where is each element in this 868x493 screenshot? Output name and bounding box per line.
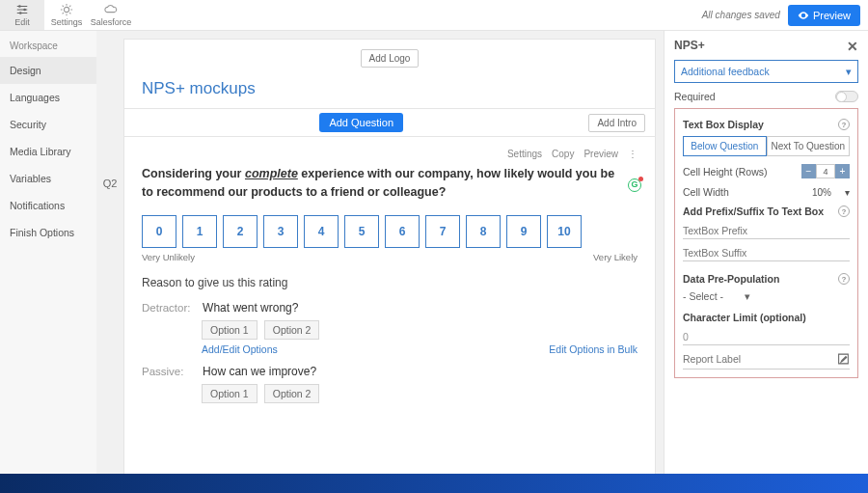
sidebar-item-notifications[interactable]: Notifications <box>0 192 96 219</box>
required-label: Required <box>674 91 716 102</box>
detractor-question[interactable]: What went wrong? <box>203 301 298 315</box>
grammarly-icon[interactable]: G <box>628 178 641 192</box>
svg-point-1 <box>23 9 26 12</box>
edit-options-bulk-link[interactable]: Edit Options in Bulk <box>549 343 637 355</box>
data-prepop-select[interactable]: - Select - ▾ <box>683 290 850 302</box>
scale-6[interactable]: 6 <box>385 215 420 248</box>
anchor-low: Very Unlikely <box>142 252 195 262</box>
sidebar-item-languages[interactable]: Languages <box>0 84 96 111</box>
sidebar-header: Workspace <box>0 35 96 57</box>
question-meta-settings[interactable]: Settings <box>507 149 542 159</box>
question-number: Q2 <box>96 31 123 493</box>
sidebar-item-finish-options[interactable]: Finish Options <box>0 219 96 246</box>
cell-height-label: Cell Height (Rows) <box>683 166 768 178</box>
add-question-button[interactable]: Add Question <box>319 113 403 132</box>
passive-option-2[interactable]: Option 2 <box>264 384 320 403</box>
help-icon[interactable]: ? <box>838 273 850 285</box>
tab-settings[interactable]: Settings <box>44 0 89 30</box>
scale-3[interactable]: 3 <box>263 215 298 248</box>
add-edit-options-link[interactable]: Add/Edit Options <box>202 343 278 355</box>
data-prepop-label: Data Pre-Population <box>683 273 779 285</box>
panel-title: NPS+ <box>674 39 858 52</box>
stepper-minus[interactable]: − <box>801 164 816 178</box>
scale-4[interactable]: 4 <box>304 215 339 248</box>
detractor-label: Detractor: <box>142 302 200 314</box>
close-icon[interactable]: ✕ <box>847 39 858 54</box>
detractor-option-1[interactable]: Option 1 <box>202 320 258 340</box>
help-icon[interactable]: ? <box>838 119 850 130</box>
chevron-down-icon: ▾ <box>745 290 750 302</box>
sliders-icon <box>15 3 29 16</box>
reason-heading: Reason to give us this rating <box>142 276 637 289</box>
tab-settings-label: Settings <box>51 17 83 27</box>
char-limit-label: Character Limit (optional) <box>683 312 806 323</box>
tab-edit[interactable]: Edit <box>0 0 44 30</box>
feedback-type-dropdown[interactable]: Additional feedback ▾ <box>674 60 858 83</box>
add-logo-button[interactable]: Add Logo <box>361 49 420 68</box>
scale-5[interactable]: 5 <box>344 215 379 248</box>
svg-point-3 <box>64 7 68 12</box>
scale-8[interactable]: 8 <box>466 215 501 248</box>
svg-point-2 <box>19 12 22 14</box>
workspace-sidebar: Workspace Design Languages Security Medi… <box>0 31 96 493</box>
add-intro-button[interactable]: Add Intro <box>588 114 645 132</box>
report-label-input[interactable] <box>683 351 837 367</box>
anchor-high: Very Likely <box>593 252 637 262</box>
textbox-prefix-input[interactable] <box>683 223 850 239</box>
passive-option-1[interactable]: Option 1 <box>202 384 258 403</box>
edit-icon[interactable] <box>837 352 850 366</box>
eye-icon <box>798 10 809 21</box>
scale-1[interactable]: 1 <box>182 215 217 248</box>
tab-edit-label: Edit <box>14 17 30 27</box>
textbox-suffix-input[interactable] <box>683 245 850 261</box>
tab-salesforce[interactable]: Salesforce <box>89 0 133 30</box>
svg-point-0 <box>18 5 21 8</box>
detractor-option-2[interactable]: Option 2 <box>264 320 320 340</box>
question-text[interactable]: Considering your complete experience wit… <box>142 165 637 202</box>
char-limit-input[interactable] <box>683 329 850 345</box>
cell-width-label: Cell Width <box>683 186 729 198</box>
preview-button[interactable]: Preview <box>788 5 860 26</box>
cell-height-stepper: − 4 + <box>801 164 850 178</box>
chevron-down-icon: ▾ <box>846 66 852 77</box>
sidebar-item-variables[interactable]: Variables <box>0 165 96 192</box>
sidebar-item-security[interactable]: Security <box>0 111 96 138</box>
stepper-plus[interactable]: + <box>835 164 850 178</box>
seg-below-question[interactable]: Below Question <box>683 136 767 156</box>
nps-scale: 0 1 2 3 4 5 6 7 8 9 10 <box>142 215 637 248</box>
seg-next-to-question[interactable]: Next To Question <box>767 136 851 156</box>
help-icon[interactable]: ? <box>838 205 850 217</box>
cell-width-select[interactable]: 10% ▾ <box>812 187 850 198</box>
footer-bar <box>0 474 868 493</box>
question-meta-copy[interactable]: Copy <box>552 149 574 159</box>
properties-panel: NPS+ ✕ Additional feedback ▾ Required Te… <box>664 31 868 493</box>
scale-0[interactable]: 0 <box>142 215 176 248</box>
survey-title[interactable]: NPS+ mockups <box>142 79 637 98</box>
passive-question[interactable]: How can we improve? <box>203 365 316 378</box>
cell-height-value: 4 <box>816 164 835 178</box>
scale-2[interactable]: 2 <box>223 215 258 248</box>
scale-10[interactable]: 10 <box>547 215 582 248</box>
question-meta-preview[interactable]: Preview <box>583 149 618 159</box>
sidebar-item-media-library[interactable]: Media Library <box>0 138 96 165</box>
saved-message: All changes saved <box>702 10 780 20</box>
textbox-display-label: Text Box Display <box>683 119 764 130</box>
tab-salesforce-label: Salesforce <box>91 17 132 27</box>
prefix-suffix-label: Add Prefix/Suffix To Text Box <box>683 205 824 217</box>
chevron-down-icon: ▾ <box>845 187 850 198</box>
required-toggle[interactable] <box>835 91 858 102</box>
gear-icon <box>60 3 73 16</box>
kebab-icon[interactable]: ⋮ <box>628 149 637 159</box>
sidebar-item-design[interactable]: Design <box>0 57 96 84</box>
passive-label: Passive: <box>142 366 200 377</box>
cloud-icon <box>104 3 118 16</box>
scale-7[interactable]: 7 <box>425 215 460 248</box>
scale-9[interactable]: 9 <box>506 215 541 248</box>
